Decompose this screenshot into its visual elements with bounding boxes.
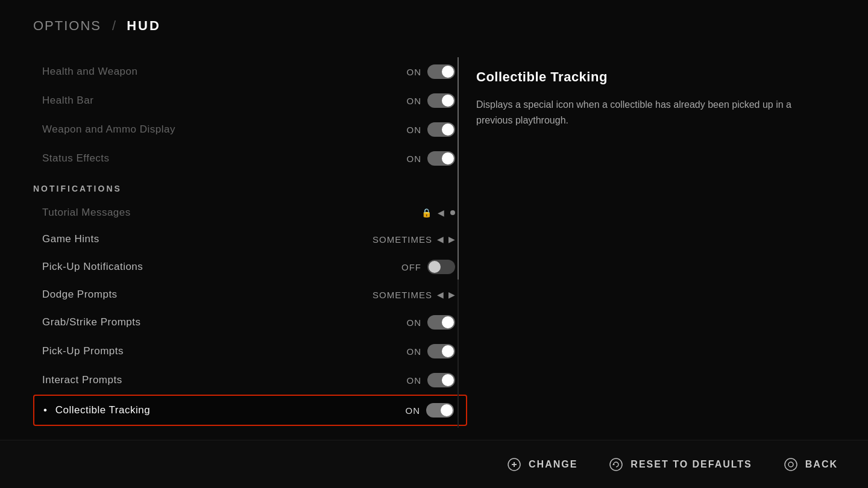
setting-health-weapon-value: On	[407, 67, 422, 77]
collectible-tracking-control: On	[406, 403, 454, 418]
toggle-thumb-weapon-ammo	[442, 124, 454, 136]
setting-pickup-notifications-label: Pick-Up Notifications	[42, 261, 143, 273]
svg-marker-4	[612, 463, 615, 465]
setting-tutorial-messages-label: Tutorial Messages	[42, 207, 131, 219]
setting-collectible-tracking-label: • Collectible Tracking	[43, 404, 150, 416]
setting-grab-strike[interactable]: Grab/Strike Prompts On	[33, 308, 467, 337]
toggle-pickup-notifications[interactable]	[427, 260, 455, 274]
game-hints-control: SOMETIMES ◀ ▶	[373, 234, 455, 245]
setting-health-weapon-label: Health and Weapon	[42, 66, 137, 78]
setting-game-hints-value: SOMETIMES	[373, 234, 432, 245]
toggle-thumb-pickup-prompts	[442, 345, 454, 357]
setting-collectible-tracking-value: On	[406, 405, 421, 416]
toggle-thumb-pickup-notifications	[429, 261, 441, 273]
toggle-health-bar[interactable]	[427, 93, 455, 108]
change-action[interactable]: CHANGE	[506, 456, 577, 473]
back-label: BACK	[805, 459, 838, 470]
detail-panel: Collectible Tracking Displays a special …	[476, 57, 844, 140]
left-arrow-hints[interactable]: ◀	[437, 234, 444, 244]
header-divider: /	[112, 18, 116, 34]
setting-interact-prompts-value: On	[407, 375, 422, 386]
toggle-weapon-ammo[interactable]	[427, 122, 455, 137]
toggle-thumb-health-bar	[442, 95, 454, 107]
setting-dodge-prompts-label: Dodge Prompts	[42, 289, 118, 301]
setting-weapon-ammo-control: On	[407, 122, 456, 137]
setting-health-weapon-control: On	[407, 64, 456, 79]
setting-tutorial-messages[interactable]: Tutorial Messages 🔒 ◀	[33, 199, 467, 226]
setting-collectible-tracking[interactable]: • Collectible Tracking On	[33, 395, 467, 426]
bottom-bar: CHANGE RESET TO DEFAULTS BACK	[0, 440, 868, 488]
hud-label: HUD	[127, 18, 161, 34]
left-arrow-dodge[interactable]: ◀	[437, 290, 444, 299]
setting-grab-strike-value: On	[407, 318, 422, 328]
toggle-thumb-collectible	[441, 404, 453, 416]
change-label: CHANGE	[529, 459, 577, 470]
notifications-header: NOTIFICATIONS	[33, 173, 467, 199]
toggle-status-effects[interactable]	[427, 151, 455, 166]
setting-game-hints-label: Game Hints	[42, 233, 99, 245]
setting-weapon-ammo-value: On	[407, 125, 422, 135]
toggle-thumb-grab-strike	[442, 316, 454, 328]
scroll-track	[458, 57, 459, 428]
pickup-prompts-control: On	[407, 344, 456, 358]
detail-title: Collectible Tracking	[476, 69, 844, 85]
back-action[interactable]: BACK	[782, 456, 838, 473]
toggle-health-weapon[interactable]	[427, 64, 455, 79]
setting-status-effects-value: On	[407, 154, 422, 164]
back-icon	[782, 456, 799, 473]
setting-pickup-notifications[interactable]: Pick-Up Notifications Off	[33, 252, 467, 281]
setting-dodge-prompts-value: SOMETIMES	[373, 290, 432, 300]
reset-label: RESET TO DEFAULTS	[631, 459, 752, 470]
setting-health-bar-label: Health Bar	[42, 95, 93, 107]
toggle-grab-strike[interactable]	[427, 315, 455, 330]
toggle-thumb-health-weapon	[442, 66, 454, 78]
interact-prompts-control: On	[407, 373, 456, 387]
setting-health-bar[interactable]: Health Bar On	[33, 86, 467, 115]
svg-point-5	[785, 458, 797, 471]
dot-tutorial	[450, 210, 455, 215]
setting-status-effects-label: Status Effects	[42, 152, 110, 164]
setting-health-weapon[interactable]: Health and Weapon On	[33, 57, 467, 86]
setting-weapon-ammo-label: Weapon and Ammo Display	[42, 124, 175, 136]
setting-pickup-prompts-label: Pick-Up Prompts	[42, 345, 124, 357]
toggle-pickup-prompts[interactable]	[427, 344, 455, 358]
setting-interact-prompts-label: Interact Prompts	[42, 374, 122, 386]
header: OPTIONS / HUD	[33, 18, 161, 34]
toggle-thumb-status-effects	[442, 152, 454, 164]
setting-pickup-prompts[interactable]: Pick-Up Prompts On	[33, 337, 467, 366]
lock-icon: 🔒	[421, 208, 432, 217]
toggle-thumb-interact-prompts	[442, 374, 454, 386]
setting-interact-prompts[interactable]: Interact Prompts On	[33, 366, 467, 395]
setting-health-bar-control: On	[407, 93, 456, 108]
notifications-group: NOTIFICATIONS Tutorial Messages 🔒 ◀ Game…	[33, 173, 467, 426]
tutorial-control: 🔒 ◀	[421, 208, 455, 217]
setting-game-hints[interactable]: Game Hints SOMETIMES ◀ ▶	[33, 226, 467, 252]
reset-action[interactable]: RESET TO DEFAULTS	[608, 456, 752, 473]
setting-pickup-prompts-value: On	[407, 346, 422, 357]
grab-strike-control: On	[407, 315, 456, 330]
scroll-thumb	[458, 57, 459, 280]
change-icon	[506, 456, 523, 473]
setting-weapon-ammo[interactable]: Weapon and Ammo Display On	[33, 115, 467, 144]
right-arrow-dodge[interactable]: ▶	[448, 290, 455, 299]
setting-grab-strike-label: Grab/Strike Prompts	[42, 316, 141, 328]
toggle-interact-prompts[interactable]	[427, 373, 455, 387]
setting-dodge-prompts[interactable]: Dodge Prompts SOMETIMES ◀ ▶	[33, 281, 467, 308]
dodge-prompts-control: SOMETIMES ◀ ▶	[373, 290, 455, 300]
setting-health-bar-value: On	[407, 96, 422, 106]
options-label: OPTIONS	[33, 18, 101, 34]
setting-status-effects[interactable]: Status Effects On	[33, 144, 467, 173]
reset-icon	[608, 456, 624, 473]
setting-status-effects-control: On	[407, 151, 456, 166]
toggle-collectible-tracking[interactable]	[426, 403, 454, 418]
setting-pickup-notifications-value: Off	[401, 262, 421, 272]
right-arrow-hints[interactable]: ▶	[448, 234, 455, 244]
selected-bullet: •	[43, 404, 47, 416]
detail-description: Displays a special icon when a collectib…	[476, 97, 814, 128]
svg-point-6	[788, 462, 793, 467]
left-arrow-tutorial: ◀	[438, 208, 444, 217]
svg-point-3	[610, 458, 622, 471]
pickup-notifications-control: Off	[401, 260, 455, 274]
settings-panel: Health and Weapon On Health Bar On Weapo…	[33, 57, 467, 428]
